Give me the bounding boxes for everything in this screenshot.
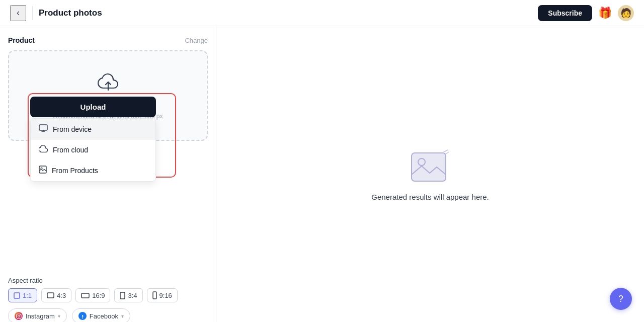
- right-panel: Generated results will appear here.: [216, 26, 644, 322]
- aspect-3-4-label: 3:4: [128, 292, 137, 299]
- aspect-9-16[interactable]: 9:16: [147, 288, 178, 302]
- svg-rect-12: [412, 153, 446, 181]
- monitor-icon: [39, 124, 48, 134]
- dropdown-from-device[interactable]: From device: [31, 119, 155, 140]
- instagram-button[interactable]: Instagram ▾: [8, 308, 67, 322]
- dropdown-from-products[interactable]: From Products: [31, 160, 155, 181]
- left-panel: Product Change Drag and drop file here R…: [0, 26, 216, 322]
- subscribe-button[interactable]: Subscribe: [538, 5, 592, 21]
- svg-point-2: [41, 168, 42, 169]
- help-button[interactable]: ?: [610, 288, 632, 310]
- svg-rect-7: [153, 292, 156, 299]
- header-divider: [32, 6, 33, 20]
- instagram-icon: [15, 312, 23, 320]
- svg-rect-8: [17, 314, 21, 318]
- svg-rect-5: [82, 293, 89, 298]
- aspect-9-16-label: 9:16: [159, 292, 172, 299]
- aspect-1-1[interactable]: 1:1: [8, 288, 37, 302]
- placeholder-text: Generated results will appear here.: [371, 193, 489, 201]
- from-device-label: From device: [53, 125, 92, 133]
- upload-dropdown: From device From cloud From Products: [30, 118, 156, 182]
- from-products-label: From Products: [52, 167, 98, 175]
- aspect-ratio-label: Aspect ratio: [8, 277, 208, 284]
- facebook-button[interactable]: Facebook ▾: [72, 308, 130, 322]
- gift-icon[interactable]: 🎁: [598, 7, 612, 20]
- header: ‹ Product photos Subscribe 🎁 🧑: [0, 0, 644, 26]
- aspect-1-1-label: 1:1: [23, 292, 32, 299]
- svg-point-9: [18, 315, 20, 317]
- instagram-chevron: ▾: [58, 313, 60, 319]
- aspect-3-4[interactable]: 3:4: [114, 288, 142, 302]
- svg-rect-0: [39, 125, 47, 130]
- product-label: Product: [8, 36, 35, 44]
- aspect-16-9-label: 16:9: [92, 292, 105, 299]
- products-icon: [39, 166, 47, 176]
- svg-rect-3: [14, 293, 20, 298]
- from-cloud-label: From cloud: [53, 146, 88, 154]
- svg-rect-6: [120, 292, 125, 299]
- cloud-icon: [39, 145, 48, 154]
- cloud-upload-icon: [96, 72, 120, 97]
- back-button[interactable]: ‹: [10, 5, 26, 21]
- page-title: Product photos: [39, 8, 538, 18]
- aspect-ratio-section: Aspect ratio 1:1 4:3 16:9 3:4: [8, 277, 208, 302]
- header-actions: Subscribe 🎁 🧑: [538, 5, 634, 21]
- aspect-ratio-options: 1:1 4:3 16:9 3:4 9:16: [8, 288, 208, 302]
- aspect-4-3[interactable]: 4:3: [41, 288, 71, 302]
- aspect-4-3-label: 4:3: [57, 292, 66, 299]
- dropdown-from-cloud[interactable]: From cloud: [31, 140, 155, 160]
- facebook-label: Facebook: [90, 312, 118, 320]
- change-button[interactable]: Change: [185, 37, 208, 44]
- instagram-label: Instagram: [26, 312, 55, 320]
- facebook-chevron: ▾: [121, 313, 124, 319]
- upload-btn-wrapper: Upload From device From cloud: [30, 97, 156, 182]
- social-row: Instagram ▾ Facebook ▾: [8, 308, 208, 322]
- svg-rect-4: [47, 293, 54, 298]
- avatar[interactable]: 🧑: [618, 5, 634, 21]
- aspect-16-9[interactable]: 16:9: [75, 288, 110, 302]
- product-section-header: Product Change: [8, 36, 208, 44]
- facebook-icon: [78, 312, 87, 320]
- upload-button[interactable]: Upload: [30, 97, 156, 117]
- svg-point-10: [20, 314, 20, 315]
- placeholder-image: [408, 147, 453, 185]
- main-layout: Product Change Drag and drop file here R…: [0, 26, 644, 322]
